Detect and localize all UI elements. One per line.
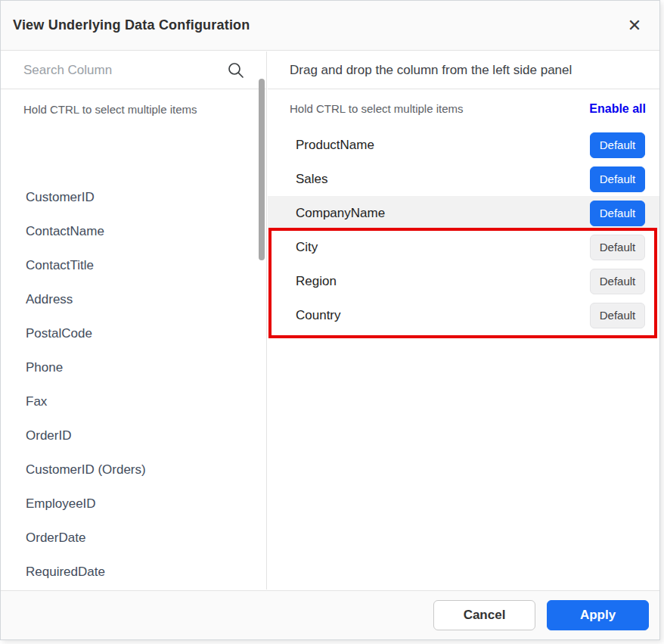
default-button[interactable]: Default [590, 166, 645, 192]
default-button[interactable]: Default [590, 269, 645, 294]
available-columns-panel: Hold CTRL to select multiple items Custo… [1, 51, 267, 590]
dialog-footer: Cancel Apply [1, 590, 659, 639]
selected-column-label: City [296, 240, 318, 255]
search-icon[interactable] [227, 61, 245, 79]
right-panel-hint: Hold CTRL to select multiple items [290, 102, 464, 115]
selected-columns-list: ProductName Default Sales Default Compan… [268, 128, 659, 332]
column-list-item[interactable]: EmployeeID [1, 487, 266, 521]
search-row [1, 51, 266, 89]
default-button[interactable]: Default [590, 132, 645, 158]
default-button[interactable]: Default [590, 235, 645, 260]
selected-column-row[interactable]: City Default [268, 230, 659, 264]
selected-column-label: Country [296, 308, 341, 323]
column-list-item[interactable]: ContactName [1, 214, 266, 248]
column-list-item[interactable]: Phone [1, 350, 266, 384]
column-list-item[interactable]: Address [1, 282, 266, 316]
column-list-item[interactable]: OrderDate [1, 521, 266, 555]
close-icon[interactable]: ✕ [622, 13, 647, 39]
selected-column-row[interactable]: Sales Default [268, 162, 659, 196]
left-panel-hint: Hold CTRL to select multiple items [1, 89, 266, 128]
default-button[interactable]: Default [590, 303, 645, 328]
selected-column-row[interactable]: Country Default [268, 298, 659, 332]
left-panel-scrollbar[interactable] [259, 79, 265, 260]
column-list-item[interactable]: CustomerID [1, 180, 266, 214]
dialog-header: View Underlying Data Configuration ✕ [1, 1, 659, 51]
column-list-item[interactable]: RequiredDate [1, 555, 266, 589]
selected-column-label: Sales [296, 172, 328, 187]
view-underlying-data-dialog: View Underlying Data Configuration ✕ Hol… [0, 0, 660, 640]
default-button[interactable]: Default [590, 201, 645, 226]
selected-column-label: ProductName [296, 138, 374, 153]
selected-columns-panel: Drag and drop the column from the left s… [268, 51, 659, 590]
apply-button[interactable]: Apply [547, 600, 649, 630]
right-hint-row: Hold CTRL to select multiple items Enabl… [268, 89, 659, 128]
selected-column-row[interactable]: ProductName Default [268, 128, 659, 162]
column-list-item[interactable]: Fax [1, 384, 266, 418]
selected-column-row[interactable]: Region Default [268, 264, 659, 298]
column-list: CustomerID ContactName ContactTitle Addr… [1, 180, 266, 590]
cancel-button[interactable]: Cancel [433, 600, 535, 630]
column-list-item[interactable]: ContactTitle [1, 248, 266, 282]
selected-column-row[interactable]: CompanyName Default [268, 196, 659, 230]
column-list-item[interactable]: PostalCode [1, 316, 266, 350]
column-list-item[interactable]: OrderID [1, 418, 266, 453]
selected-column-label: CompanyName [296, 206, 385, 221]
drag-drop-instruction: Drag and drop the column from the left s… [268, 51, 659, 89]
column-list-item[interactable]: ShippedDate [1, 589, 266, 590]
column-list-item[interactable]: CustomerID (Orders) [1, 453, 266, 487]
selected-column-label: Region [296, 274, 337, 289]
enable-all-link[interactable]: Enable all [589, 102, 646, 116]
dialog-title: View Underlying Data Configuration [13, 17, 250, 33]
